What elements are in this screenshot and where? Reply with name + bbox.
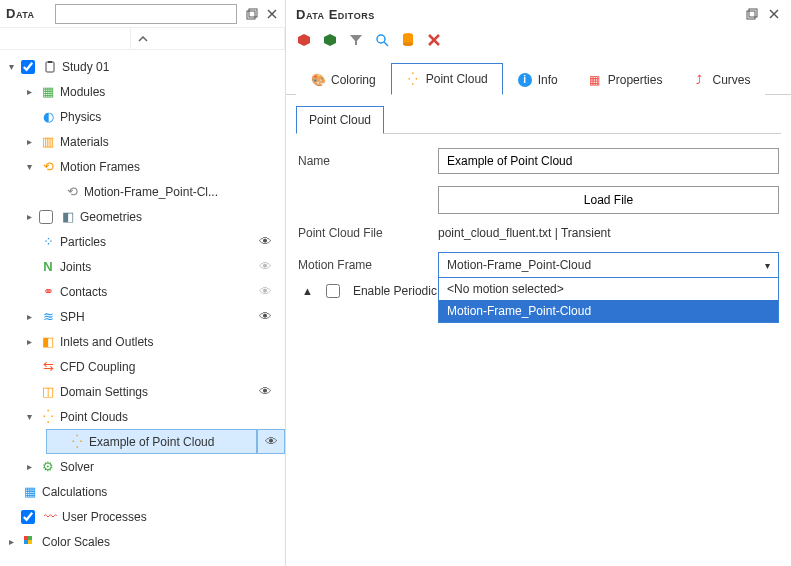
tree-row-particles[interactable]: ▸ ⁘ Particles 👁 (0, 229, 285, 254)
eye-off-icon[interactable]: 👁 (259, 259, 272, 274)
svg-rect-5 (48, 61, 52, 63)
tree-row-domain[interactable]: ▸ ◫ Domain Settings 👁 (0, 379, 285, 404)
data-search-input[interactable] (55, 4, 237, 24)
tree-row-motion-frames[interactable]: ▾ ⟲ Motion Frames (0, 154, 285, 179)
collapse-up-icon[interactable]: ▲ (302, 285, 313, 297)
eye-off-icon[interactable]: 👁 (259, 284, 272, 299)
editors-title: Data Editors (296, 7, 375, 22)
eye-icon[interactable]: 👁 (259, 234, 272, 249)
form-row-name: Name (298, 148, 779, 174)
chevron-down-icon: ▾ (765, 260, 770, 271)
chevron-right-icon[interactable]: ▸ (22, 86, 36, 97)
form-row-file: Point Cloud File point_cloud_fluent.txt … (298, 226, 779, 240)
tree-label: Geometries (80, 210, 279, 224)
chevron-right-icon[interactable]: ▸ (22, 311, 36, 322)
tree-label: Point Clouds (60, 410, 279, 424)
tree-row-contacts[interactable]: ▸ ⚭ Contacts 👁 (0, 279, 285, 304)
physics-icon: ◐ (40, 109, 56, 125)
close-icon[interactable] (767, 7, 781, 21)
detach-icon[interactable] (245, 7, 259, 21)
checkbox-study[interactable] (21, 60, 35, 74)
chevron-right-icon[interactable]: ▸ (22, 461, 36, 472)
detach-icon[interactable] (745, 7, 759, 21)
geometries-icon: ◧ (60, 209, 76, 225)
tree-row-materials[interactable]: ▸ ▥ Materials (0, 129, 285, 154)
properties-icon: ▦ (588, 73, 602, 87)
name-label: Name (298, 154, 438, 168)
cylinder-icon[interactable] (400, 32, 416, 48)
tree-row-solver[interactable]: ▸ ⚙ Solver (0, 454, 285, 479)
form-row-motion: Motion Frame Motion-Frame_Point-Cloud ▾ … (298, 252, 779, 278)
sph-icon: ≋ (40, 309, 56, 325)
tree-row-point-clouds[interactable]: ▾ ⁛ Point Clouds (0, 404, 285, 429)
checkbox-user-processes[interactable] (21, 510, 35, 524)
tree-label: User Processes (62, 510, 279, 524)
point-cloud-form: Name Load File Point Cloud File point_cl… (286, 134, 791, 312)
tree-row-inlets[interactable]: ▸ ◧ Inlets and Outlets (0, 329, 285, 354)
editors-toolbar (286, 28, 791, 56)
tree-row-color-scales[interactable]: ▸ Color Scales (0, 529, 285, 554)
domain-icon: ◫ (40, 384, 56, 400)
tree-row-study[interactable]: ▾ Study 01 (0, 54, 285, 79)
chevron-right-icon[interactable]: ▸ (22, 211, 36, 222)
tree-label: Study 01 (62, 60, 279, 74)
tree-row-sph[interactable]: ▸ ≋ SPH 👁 (0, 304, 285, 329)
chevron-down-icon[interactable]: ▾ (4, 61, 18, 72)
tree-row-motion-frame-item[interactable]: ▸ ⟲ Motion-Frame_Point-Cl... (0, 179, 285, 204)
cube-red-icon[interactable] (296, 32, 312, 48)
motion-select-value: Motion-Frame_Point-Cloud (447, 258, 591, 272)
dropdown-option-none[interactable]: <No motion selected> (439, 278, 778, 300)
delete-icon[interactable] (426, 32, 442, 48)
inlets-icon: ◧ (40, 334, 56, 350)
chevron-down-icon[interactable]: ▾ (22, 411, 36, 422)
tab-curves[interactable]: ⤴ Curves (677, 63, 765, 95)
tab-info[interactable]: i Info (503, 63, 573, 95)
clipboard-icon (42, 59, 58, 75)
filter-cell-2[interactable] (155, 28, 286, 49)
filter-icon[interactable] (348, 32, 364, 48)
zoom-icon[interactable] (374, 32, 390, 48)
motion-label: Motion Frame (298, 258, 438, 272)
tree-row-cfd[interactable]: ▸ ⇆ CFD Coupling (0, 354, 285, 379)
subtab-point-cloud[interactable]: Point Cloud (296, 106, 384, 134)
tab-point-cloud[interactable]: ⁛ Point Cloud (391, 63, 503, 95)
tab-coloring[interactable]: 🎨 Coloring (296, 63, 391, 95)
chevron-right-icon[interactable]: ▸ (22, 136, 36, 147)
data-panel-header: Data (0, 0, 285, 28)
editors-panel: Data Editors 🎨 Coloring ⁛ Point Cloud i … (286, 0, 791, 566)
svg-rect-0 (247, 11, 255, 19)
tree-row-geometries[interactable]: ▸ ◧ Geometries (0, 204, 285, 229)
tree-row-joints[interactable]: ▸ N Joints 👁 (0, 254, 285, 279)
tree-row-user-processes[interactable]: ▸ 〰 User Processes (0, 504, 285, 529)
chevron-down-icon[interactable]: ▾ (22, 161, 36, 172)
filter-cell-1[interactable] (0, 28, 131, 49)
eye-icon[interactable]: 👁 (259, 384, 272, 399)
tree-row-calculations[interactable]: ▸ ▦ Calculations (0, 479, 285, 504)
periodic-checkbox[interactable] (326, 284, 340, 298)
chevron-right-icon[interactable]: ▸ (4, 536, 18, 547)
checkbox-geometries[interactable] (39, 210, 53, 224)
filter-chevron-icon[interactable] (131, 28, 155, 49)
chevron-right-icon[interactable]: ▸ (22, 336, 36, 347)
eye-icon[interactable]: 👁 (259, 309, 272, 324)
info-icon: i (518, 73, 532, 87)
motion-frame-select[interactable]: Motion-Frame_Point-Cloud ▾ (438, 252, 779, 278)
tree-row-modules[interactable]: ▸ ▦ Modules (0, 79, 285, 104)
close-icon[interactable] (265, 7, 279, 21)
dropdown-option-motion-frame[interactable]: Motion-Frame_Point-Cloud (439, 300, 778, 322)
load-file-button[interactable]: Load File (438, 186, 779, 214)
particles-icon: ⁘ (40, 234, 56, 250)
name-input[interactable] (438, 148, 779, 174)
tree-row-physics[interactable]: ▸ ◐ Physics (0, 104, 285, 129)
tree-row-point-cloud-item[interactable]: ▸ ⁛ Example of Point Cloud (46, 429, 257, 454)
tree-label: Domain Settings (60, 385, 251, 399)
svg-point-21 (403, 42, 413, 46)
cube-green-icon[interactable] (322, 32, 338, 48)
tab-properties[interactable]: ▦ Properties (573, 63, 678, 95)
svg-marker-16 (350, 35, 362, 45)
svg-rect-4 (46, 62, 54, 72)
tab-label: Info (538, 73, 558, 87)
file-value: point_cloud_fluent.txt | Transient (438, 226, 611, 240)
eye-icon[interactable]: 👁 (265, 434, 278, 449)
tree-label: CFD Coupling (60, 360, 279, 374)
